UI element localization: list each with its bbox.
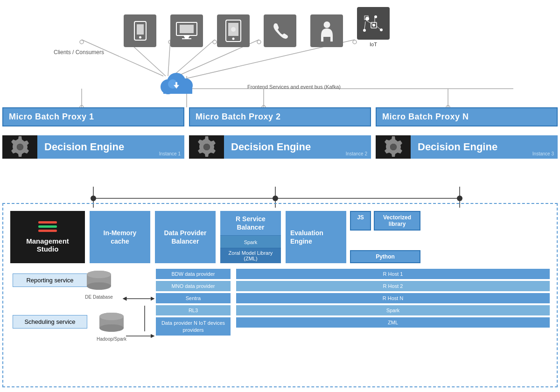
de-box-2: Decision Engine Instance 2 xyxy=(189,135,371,159)
svg-rect-39 xyxy=(182,38,191,39)
svg-point-68 xyxy=(87,282,111,290)
de-title-3: Decision Engine xyxy=(418,141,551,153)
line-red2 xyxy=(38,230,57,232)
eval-engine-title: Evaluation Engine xyxy=(290,229,342,245)
right-column: R Host 1 R Host 2 R Host N Spark ZML xyxy=(236,269,550,379)
eval-top-row: JS Vectorized library xyxy=(350,211,420,231)
mbp-title-1: Micro Batch Proxy 1 xyxy=(9,112,94,121)
de-content-3: Decision Engine Instance 3 xyxy=(411,135,558,159)
icon-iot: IoT xyxy=(357,7,390,47)
diagram-container: IoT Clients / Consumers Frontend Service… xyxy=(0,0,560,392)
iot-icon xyxy=(357,7,390,40)
iot-label: IoT xyxy=(370,42,377,47)
icon-tablet xyxy=(217,14,250,47)
eval-right-col: JS Vectorized library Python xyxy=(350,211,420,263)
eval-engine-box: Evaluation Engine xyxy=(286,211,346,263)
data-provider-title: Data Provider Balancer xyxy=(160,229,211,245)
de-title-2: Decision Engine xyxy=(231,141,364,153)
svg-marker-38 xyxy=(183,35,190,39)
hadoop-spark-icon xyxy=(98,311,126,334)
hadoop-spark-label: Hadoop/Spark xyxy=(97,336,126,342)
svg-point-53 xyxy=(380,28,383,31)
js-box: JS xyxy=(350,211,371,231)
mobile-icon xyxy=(124,14,156,47)
de-content-2: Decision Engine Instance 2 xyxy=(224,135,371,159)
de-gear-2 xyxy=(189,135,224,159)
mbp-box-2: Micro Batch Proxy 2 xyxy=(189,107,371,126)
de-content-1: Decision Engine Instance 1 xyxy=(37,135,184,159)
mgmt-studio: Management Studio xyxy=(10,211,85,263)
clients-label: Clients / Consumers xyxy=(54,49,104,56)
phone-icon xyxy=(264,14,296,47)
bdw-label: BDW data provider xyxy=(172,271,215,277)
sentra-label: Sentra xyxy=(186,295,201,301)
bdw-provider: BDW data provider xyxy=(156,269,231,279)
icon-desktop xyxy=(170,14,203,47)
python-label: Python xyxy=(376,253,395,260)
scheduling-label: Scheduling service xyxy=(24,318,75,325)
middle-column: BDW data provider MNO data provider Sent… xyxy=(156,269,231,379)
mbp-title-2: Micro Batch Proxy 2 xyxy=(196,112,281,121)
line-green xyxy=(38,225,57,228)
r-zml-label: Zoral Model Library (ZML) xyxy=(229,250,273,261)
svg-point-35 xyxy=(139,36,141,38)
r-service-box: R Service Balancer Spark Zoral Model Lib… xyxy=(220,211,281,263)
svg-point-43 xyxy=(231,27,236,32)
client-icons: IoT xyxy=(47,2,467,47)
rhost-n-label: R Host N xyxy=(383,295,404,301)
r-spark-label: Spark xyxy=(244,239,258,245)
rhost-1-label: R Host 1 xyxy=(383,271,403,277)
r-zml-row: Zoral Model Library (ZML) xyxy=(220,248,281,263)
mgmt-lines-icon xyxy=(38,221,57,232)
cloud-icon xyxy=(159,69,196,99)
services-bottom: Reporting service Scheduling service DE … xyxy=(10,269,550,379)
de-box-3: Decision Engine Instance 3 xyxy=(376,135,558,159)
sentra-provider: Sentra xyxy=(156,293,231,303)
de-database-label: DE Database xyxy=(85,294,112,300)
desktop-icon xyxy=(170,14,203,47)
svg-line-54 xyxy=(364,21,365,29)
tablet-icon xyxy=(217,14,250,47)
spark-label: Spark xyxy=(386,308,400,313)
de-box-1: Decision Engine Instance 1 xyxy=(2,135,184,159)
services-top-row: Management Studio In-Memory cache Data P… xyxy=(10,211,550,263)
rhost-1: R Host 1 xyxy=(236,269,550,279)
svg-rect-62 xyxy=(175,82,177,87)
zml-label: ZML xyxy=(388,320,398,325)
mbp-row: Micro Batch Proxy 1 Micro Batch Proxy 2 … xyxy=(2,107,558,126)
data-provider-box: Data Provider Balancer xyxy=(155,211,216,263)
de-instance-3: Instance 3 xyxy=(532,151,554,156)
r-spark-row: Spark xyxy=(220,235,281,248)
de-gear-1 xyxy=(2,135,37,159)
frontend-label: Frontend Services and event bus (Kafka) xyxy=(247,84,341,90)
rhost-2-label: R Host 2 xyxy=(383,283,403,289)
services-container: Management Studio In-Memory cache Data P… xyxy=(2,203,558,387)
svg-rect-37 xyxy=(180,25,194,33)
de-title-1: Decision Engine xyxy=(44,141,177,153)
de-gear-3 xyxy=(376,135,411,159)
scheduling-service-box: Scheduling service xyxy=(13,315,87,329)
rl3-label: RL3 xyxy=(189,308,198,313)
icon-mobile xyxy=(124,14,156,47)
svg-point-63 xyxy=(17,144,23,150)
r-service-title: R Service Balancer xyxy=(236,215,266,231)
left-column: Reporting service Scheduling service DE … xyxy=(10,269,150,379)
de-instance-2: Instance 2 xyxy=(346,151,367,156)
svg-point-25 xyxy=(457,196,462,201)
iot-provider: Data provider N IoT devices providers xyxy=(156,317,231,336)
svg-point-44 xyxy=(323,21,330,28)
svg-point-21 xyxy=(91,196,96,201)
de-row: Decision Engine Instance 1 Decision Engi… xyxy=(2,135,558,159)
svg-point-73 xyxy=(99,313,124,320)
person-icon xyxy=(310,14,343,47)
mbp-box-1: Micro Batch Proxy 1 xyxy=(2,107,184,126)
eval-section: Evaluation Engine JS Vectorized library … xyxy=(286,211,550,263)
spark-host: Spark xyxy=(236,305,550,315)
svg-point-64 xyxy=(203,144,210,150)
mno-provider: MNO data provider xyxy=(156,281,231,291)
in-memory-title: In-Memory cache xyxy=(94,229,146,245)
rhost-2: R Host 2 xyxy=(236,281,550,291)
rhost-n: R Host N xyxy=(236,293,550,303)
svg-line-52 xyxy=(377,26,380,29)
mgmt-title: Management Studio xyxy=(16,237,79,253)
